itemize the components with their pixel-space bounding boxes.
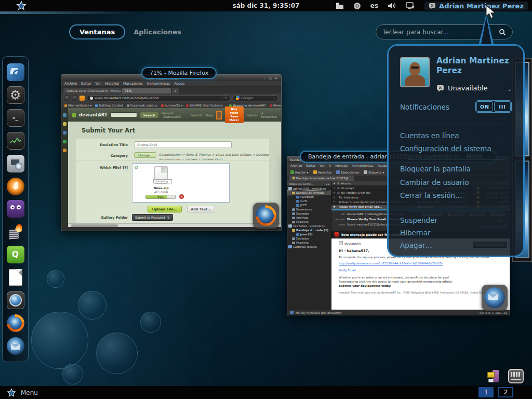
volume-icon[interactable] bbox=[388, 2, 396, 9]
bookmark-item[interactable]: Más visitados ▾ bbox=[64, 103, 91, 107]
col-thread-icon[interactable]: ★ bbox=[333, 182, 336, 185]
verify-link[interactable]: http://verify.deviantart.com/1b7253f9844… bbox=[339, 262, 443, 265]
menu-ver[interactable]: Ver bbox=[320, 164, 325, 167]
disc-burner-icon[interactable] bbox=[7, 155, 24, 172]
side-icon[interactable] bbox=[63, 131, 66, 135]
tb-folder[interactable]: Archivos bbox=[287, 216, 331, 220]
disc-icon[interactable] bbox=[353, 2, 361, 10]
system-settings-icon[interactable]: ⚙ bbox=[7, 86, 24, 104]
menu-archivo[interactable]: Archivo bbox=[290, 164, 302, 167]
menu-ayuda[interactable]: Ayuda bbox=[378, 164, 388, 167]
menu-ir[interactable]: Ir bbox=[329, 164, 331, 167]
back-button[interactable] bbox=[64, 95, 70, 101]
tb-folder[interactable]: Papelera bbox=[287, 220, 331, 224]
firefox-window[interactable]: 71% - Mozilla Firefox – ▢ ✕ Archivo Edit… bbox=[61, 74, 282, 231]
tb-account[interactable]: niurbelis1...venclub.cu bbox=[287, 224, 331, 228]
side-icon[interactable] bbox=[63, 149, 66, 152]
upload-file-button[interactable]: Upload File... bbox=[148, 206, 182, 212]
menu-button[interactable]: Menu bbox=[21, 389, 38, 396]
col-attach-icon[interactable]: ⊘ bbox=[337, 182, 340, 185]
fire-grid-app-icon[interactable] bbox=[7, 223, 24, 241]
user-avatar[interactable] bbox=[400, 57, 430, 87]
web-browser-icon[interactable] bbox=[7, 291, 24, 309]
bookmark-item[interactable]: GNOME Shell Extensi... bbox=[186, 103, 225, 107]
terminal-icon[interactable] bbox=[7, 109, 24, 127]
tb-folder-inbox[interactable]: Bandeja de entrada bbox=[287, 191, 331, 195]
da-search-input[interactable] bbox=[111, 112, 137, 117]
phoenix-app-icon[interactable] bbox=[7, 178, 24, 195]
da-deviant-link[interactable]: Deviant ~habana537 bbox=[162, 111, 188, 118]
da-avatar[interactable] bbox=[216, 111, 222, 119]
upload-dropzone[interactable]: Uploading... Nova.zip ZIP, 59KB 71% ✕ bbox=[132, 163, 230, 203]
package-manager-icon[interactable] bbox=[7, 63, 24, 81]
menu-ayuda[interactable]: Ayuda bbox=[174, 82, 184, 86]
da-submit-link[interactable]: Submit bbox=[191, 113, 202, 117]
folder-pane-header[interactable]: Todas las carpe...◂ ▸ bbox=[287, 181, 331, 187]
system-monitor-icon[interactable] bbox=[7, 132, 24, 150]
bookmark-item[interactable]: Getting Started bbox=[95, 103, 123, 107]
search-bar[interactable]: Google ⌕ bbox=[233, 95, 278, 101]
firefox-icon[interactable] bbox=[7, 314, 24, 332]
bookmark-item[interactable]: Facebook cubano bbox=[127, 103, 157, 107]
tb-local-folders[interactable]: Carpetas locales bbox=[287, 245, 331, 249]
add-text-button[interactable]: Add Text... bbox=[187, 206, 215, 212]
tb-folder[interactable]: Borradores bbox=[287, 207, 331, 211]
tb-folder[interactable]: JCCE bbox=[287, 203, 331, 207]
tb-folder[interactable]: Enviados bbox=[287, 211, 331, 216]
get-mail-button[interactable]: Recibir ▾ bbox=[290, 170, 309, 174]
bookmark-star-icon[interactable]: ☆ ⟳ bbox=[221, 96, 228, 100]
change-category-button[interactable]: Change... bbox=[134, 152, 156, 158]
tb-folder[interactable]: Papelera bbox=[287, 241, 331, 245]
tb-folder[interactable]: Bandeja d...rada (1) bbox=[287, 228, 331, 232]
url-bar[interactable]: www.deviantart.com/submit/deviation ☆ ⟳ bbox=[87, 95, 231, 101]
menu-historial[interactable]: Historial bbox=[105, 82, 119, 86]
tb-folder[interactable]: jose (1) bbox=[287, 232, 331, 236]
menu-star-icon[interactable] bbox=[6, 388, 17, 397]
menu-item-online-accounts[interactable]: Cuentas en línea bbox=[400, 131, 459, 140]
menu-item-system-settings[interactable]: Configuración del sistema bbox=[400, 144, 491, 153]
tb-account[interactable]: adrian1102...enclub.cu bbox=[287, 187, 331, 191]
menu-item-power-off[interactable]: Apagar… bbox=[400, 241, 432, 249]
new-tab-button[interactable]: + bbox=[172, 88, 179, 94]
green-chat-icon[interactable]: Q bbox=[7, 246, 24, 263]
da-promo-button[interactable]: Buy MoreSave More! bbox=[225, 107, 244, 124]
menu-editar[interactable]: Editar bbox=[81, 82, 91, 86]
verify-email-link[interactable]: Verify Email bbox=[339, 269, 356, 272]
write-button[interactable]: Redactar bbox=[313, 170, 332, 174]
tab-71[interactable]: 71% bbox=[122, 88, 171, 94]
side-icon[interactable] bbox=[63, 122, 66, 126]
file-manager-icon[interactable] bbox=[336, 2, 344, 9]
deviantart-logo[interactable]: deviantART bbox=[79, 112, 108, 117]
da-search-button[interactable]: Search bbox=[140, 112, 158, 118]
tab-debate[interactable]: Debate en el Ciberespacio - Mensaje bbox=[63, 88, 121, 94]
tb-folder[interactable]: GuTL bbox=[287, 199, 331, 203]
tb-folder[interactable]: Facebook bbox=[287, 195, 331, 199]
keyboard-tray-icon[interactable] bbox=[508, 369, 524, 383]
menu-marcadores[interactable]: Marcadores bbox=[123, 82, 143, 86]
notifications-toggle[interactable]: ON III bbox=[475, 100, 512, 113]
inbox-tab[interactable]: Bandeja de entrada - adrian11022@... bbox=[289, 176, 354, 181]
da-favourites-link[interactable]: ★ Favourites bbox=[261, 111, 277, 118]
gallery-folder-dropdown[interactable]: Submit to Featured⇅ bbox=[132, 214, 173, 221]
menu-editar[interactable]: Editar bbox=[306, 164, 315, 167]
toggle-knob-segment[interactable]: III bbox=[494, 101, 511, 112]
chevron-down-icon[interactable]: ⌄ bbox=[508, 86, 512, 92]
bookmark-item[interactable]: humanOS ▾ bbox=[161, 103, 182, 107]
window-controls[interactable]: – ▢ ✕ bbox=[264, 76, 278, 80]
bookmark-item[interactable]: More GNOME Shell C... bbox=[270, 103, 281, 107]
horizontal-scrollbar[interactable] bbox=[68, 223, 281, 227]
da-shop-link[interactable]: Shop bbox=[205, 113, 213, 117]
menu-item-suspend[interactable]: Suspender bbox=[400, 216, 437, 224]
persona-icon[interactable] bbox=[79, 96, 85, 101]
menu-herramientas[interactable]: Herramientas bbox=[352, 164, 374, 167]
menu-archivo[interactable]: Archivo bbox=[64, 82, 77, 86]
side-icon[interactable] bbox=[63, 113, 66, 117]
workspace-2[interactable]: 2 bbox=[498, 387, 513, 397]
libreoffice-icon[interactable] bbox=[7, 269, 24, 286]
menu-item-hibernate[interactable]: Hibernar bbox=[400, 229, 430, 237]
workspace-1[interactable]: 1 bbox=[478, 387, 494, 397]
search-go-icon[interactable]: ⌕ bbox=[273, 96, 275, 100]
tag-button[interactable]: Etiqueta ▾ bbox=[364, 170, 384, 174]
thunderbird-icon[interactable] bbox=[7, 337, 24, 355]
menu-ver[interactable]: Ver bbox=[96, 82, 101, 86]
